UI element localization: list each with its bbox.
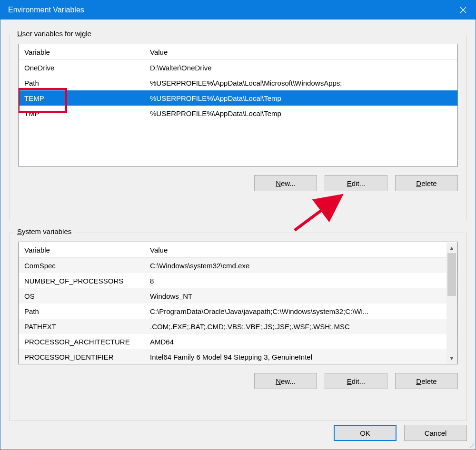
resize-grip-icon[interactable] (467, 441, 475, 449)
table-row[interactable]: ComSpecC:\Windows\system32\cmd.exe (19, 258, 457, 273)
table-row[interactable]: PROCESSOR_IDENTIFIERIntel64 Family 6 Mod… (19, 349, 457, 364)
column-header-value[interactable]: Value (147, 48, 457, 56)
cell-variable: PROCESSOR_ARCHITECTURE (19, 338, 147, 346)
system-buttons-row: New... Edit... Delete (18, 373, 458, 389)
cell-value: C:\ProgramData\Oracle\Java\javapath;C:\W… (147, 307, 457, 315)
user-edit-button[interactable]: Edit... (325, 175, 387, 191)
system-delete-button[interactable]: Delete (395, 373, 458, 389)
dialog-content: User variables for wjgle Variable Value … (9, 35, 467, 441)
cell-value: D:\Walter\OneDrive (147, 64, 457, 72)
cell-variable: Path (19, 307, 147, 315)
cell-value: %USERPROFILE%\AppData\Local\Temp (147, 94, 457, 102)
cell-variable: Path (19, 79, 147, 87)
user-buttons-row: New... Edit... Delete (18, 175, 458, 191)
system-edit-button[interactable]: Edit... (325, 373, 387, 389)
user-new-button[interactable]: New... (254, 175, 317, 191)
table-row[interactable]: PROCESSOR_ARCHITECTUREAMD64 (19, 334, 457, 349)
scrollbar[interactable]: ▲ ▼ (446, 243, 457, 363)
table-row[interactable]: PATHEXT.COM;.EXE;.BAT;.CMD;.VBS;.VBE;.JS… (19, 319, 457, 334)
cell-value: .COM;.EXE;.BAT;.CMD;.VBS;.VBE;.JS;.JSE;.… (147, 323, 457, 331)
column-header-variable[interactable]: Variable (19, 48, 147, 56)
cell-value: Windows_NT (147, 292, 457, 300)
user-delete-button[interactable]: Delete (395, 175, 458, 191)
cell-variable: ComSpec (19, 262, 147, 270)
list-header[interactable]: Variable Value (19, 242, 457, 258)
user-variables-group: User variables for wjgle Variable Value … (9, 35, 467, 220)
user-variables-legend: User variables for wjgle (14, 29, 94, 38)
column-header-variable[interactable]: Variable (19, 246, 147, 254)
environment-variables-dialog: Environment Variables User variables for… (0, 0, 476, 450)
table-row[interactable]: TMP%USERPROFILE%\AppData\Local\Temp (19, 106, 457, 121)
cell-value: Intel64 Family 6 Model 94 Stepping 3, Ge… (147, 353, 457, 361)
ok-button[interactable]: OK (334, 425, 397, 441)
cell-variable: OneDrive (19, 64, 147, 72)
cell-variable: PATHEXT (19, 323, 147, 331)
cell-variable: OS (19, 292, 147, 300)
scroll-down-icon[interactable]: ▼ (446, 353, 457, 363)
table-row[interactable]: Path%USERPROFILE%\AppData\Local\Microsof… (19, 75, 457, 90)
system-variables-group: System variables Variable Value ComSpecC… (9, 233, 467, 421)
system-new-button[interactable]: New... (254, 373, 317, 389)
window-title: Environment Variables (8, 6, 84, 14)
table-row[interactable]: OneDriveD:\Walter\OneDrive (19, 60, 457, 75)
close-button[interactable] (451, 0, 476, 20)
system-variables-list[interactable]: Variable Value ComSpecC:\Windows\system3… (18, 242, 458, 364)
cell-variable: TEMP (19, 94, 147, 102)
cell-variable: TMP (19, 109, 147, 117)
system-variables-legend: System variables (14, 227, 74, 235)
scroll-up-icon[interactable]: ▲ (446, 243, 457, 253)
cell-value: %USERPROFILE%\AppData\Local\Microsoft\Wi… (147, 79, 457, 87)
cell-variable: NUMBER_OF_PROCESSORS (19, 277, 147, 285)
cell-value: AMD64 (147, 338, 457, 346)
cancel-button[interactable]: Cancel (404, 425, 467, 441)
table-row[interactable]: OSWindows_NT (19, 288, 457, 303)
cell-value: C:\Windows\system32\cmd.exe (147, 262, 457, 270)
close-icon (460, 7, 466, 13)
table-row[interactable]: NUMBER_OF_PROCESSORS8 (19, 273, 457, 288)
scroll-thumb[interactable] (447, 253, 456, 296)
list-header[interactable]: Variable Value (19, 44, 457, 60)
cell-value: %USERPROFILE%\AppData\Local\Temp (147, 109, 457, 117)
table-row[interactable]: TEMP%USERPROFILE%\AppData\Local\Temp (19, 90, 457, 106)
cell-value: 8 (147, 277, 457, 285)
cell-variable: PROCESSOR_IDENTIFIER (19, 353, 147, 361)
dialog-buttons-row: OK Cancel (334, 425, 467, 441)
titlebar[interactable]: Environment Variables (0, 0, 476, 20)
user-variables-list[interactable]: Variable Value OneDriveD:\Walter\OneDriv… (18, 44, 458, 166)
table-row[interactable]: PathC:\ProgramData\Oracle\Java\javapath;… (19, 303, 457, 319)
column-header-value[interactable]: Value (147, 246, 457, 254)
